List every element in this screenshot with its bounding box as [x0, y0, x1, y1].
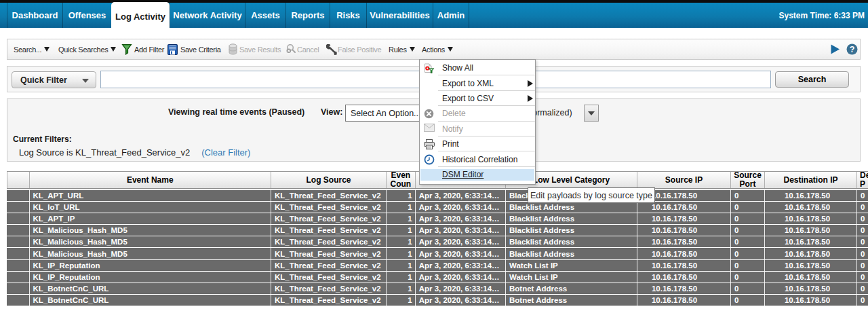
- svg-text:?: ?: [850, 45, 854, 54]
